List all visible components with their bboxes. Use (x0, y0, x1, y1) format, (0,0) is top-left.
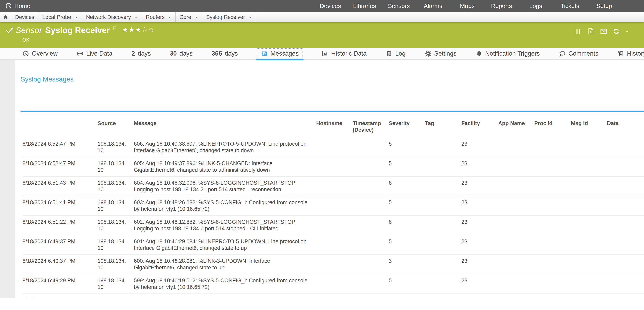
nav-item-libraries[interactable]: Libraries (348, 3, 382, 9)
flag-icon[interactable] (112, 26, 117, 31)
cell-ts_device (353, 180, 389, 193)
nav-item-label: Reports (491, 3, 512, 9)
tab-bold-prefix: 30 (170, 50, 177, 57)
breadcrumb-item-core[interactable]: Core (176, 12, 202, 22)
cell-tag (425, 180, 462, 193)
messages-icon (261, 50, 268, 57)
breadcrumb-label: Network Discovery (86, 14, 131, 20)
cell-time: 8/18/2024 6:52:47 PM (22, 141, 98, 154)
breadcrumb-label: Local Probe (42, 14, 71, 20)
tab-history[interactable]: History (617, 50, 644, 57)
tab-historic-data[interactable]: Historic Data (322, 50, 366, 57)
table-header-row: SourceMessageHostnameTimestamp (Device)S… (22, 120, 644, 133)
cell-message: 605: Aug 18 10:49:37.896: %LINK-5-CHANGE… (134, 160, 316, 173)
cell-data (607, 180, 644, 193)
cell-proc_id (534, 238, 571, 251)
cell-hostname (316, 258, 353, 271)
cell-proc_id (534, 258, 571, 271)
breadcrumb-label: Core (180, 14, 191, 20)
cell-proc_id (534, 219, 571, 232)
cell-proc_id (534, 297, 571, 298)
tab-live-data[interactable]: Live Data (77, 50, 112, 57)
nav-item-home[interactable]: Home (0, 3, 313, 9)
cell-severity: 5 (389, 277, 425, 290)
nav-item-tickets[interactable]: Tickets (553, 3, 587, 9)
nav-item-label: Setup (596, 3, 612, 9)
cell-tag (425, 141, 462, 154)
cell-message: 600: Aug 18 10:46:28.081: %LINK-3-UPDOWN… (134, 258, 316, 271)
tab-label: days (138, 50, 150, 57)
ok-check-icon (6, 26, 14, 34)
nav-item-label: Home (14, 3, 30, 9)
breadcrumb-item-local-probe[interactable]: Local Probe (38, 12, 82, 22)
col-header-time (22, 120, 98, 133)
tab-label: Comments (568, 50, 598, 57)
cell-ts_device (353, 199, 389, 212)
cell-message: 604: Aug 18 10:48:32.096: %SYS-6-LOGGING… (134, 180, 316, 193)
tab-messages[interactable]: Messages (257, 48, 302, 59)
breadcrumb-item-syslog-receiver[interactable]: Syslog Receiver (202, 12, 256, 22)
tab-2-days[interactable]: 2 days (132, 50, 151, 57)
breadcrumb: Devices Local Probe Network Discovery Ro… (0, 12, 644, 22)
tab-365-days[interactable]: 365 days (212, 50, 238, 57)
cell-source: 198.18.134.10 (98, 297, 134, 298)
nav-item-logs[interactable]: Logs (518, 3, 553, 9)
gear-icon (425, 50, 432, 57)
cell-hostname (316, 219, 353, 232)
tab-label: days (180, 50, 192, 57)
tab-label: Overview (32, 50, 58, 57)
tab-30-days[interactable]: 30 days (170, 50, 192, 57)
cell-app_name (498, 199, 534, 212)
nav-item-label: Alarms (424, 3, 442, 9)
pause-icon[interactable] (574, 28, 582, 35)
add-report-icon[interactable] (587, 28, 594, 35)
section-title: Syslog Messages (20, 75, 644, 83)
nav-item-reports[interactable]: Reports (484, 3, 518, 9)
cell-msg_id (571, 258, 607, 271)
rating-stars[interactable]: ★★★☆☆ (122, 26, 155, 34)
breadcrumb-home[interactable] (0, 12, 11, 22)
cell-tag (425, 219, 462, 232)
nav-item-sensors[interactable]: Sensors (382, 3, 416, 9)
cell-ts_device (353, 160, 389, 173)
nav-item-maps[interactable]: Maps (450, 3, 484, 9)
cell-severity: 5 (389, 297, 425, 298)
chart-icon (322, 50, 328, 57)
tab-label: Settings (434, 50, 456, 57)
cell-facility: 23 (462, 297, 498, 298)
nav-item-label: Devices (320, 3, 341, 9)
tab-bar: Overview Live Data 2 days 30 days 365 da… (0, 48, 644, 60)
col-header-tag: Tag (425, 120, 462, 133)
cell-facility: 23 (462, 160, 498, 173)
caret-down-icon[interactable] (625, 30, 629, 34)
breadcrumb-item-devices[interactable]: Devices (11, 12, 38, 22)
table-row: 8/18/2024 6:51:22 PM198.18.134.10602: Au… (22, 216, 644, 235)
refresh-icon[interactable] (612, 28, 620, 35)
table-body: 8/18/2024 6:52:47 PM198.18.134.10606: Au… (15, 138, 644, 298)
cell-data (607, 297, 644, 298)
nav-item-devices[interactable]: Devices (313, 3, 348, 9)
tab-log[interactable]: Log (386, 50, 406, 57)
nav-items: Devices Libraries Sensors Alarms Maps Re… (313, 3, 621, 9)
nav-item-alarms[interactable]: Alarms (416, 3, 450, 9)
cell-app_name (498, 297, 534, 298)
cell-msg_id (571, 199, 607, 212)
cell-facility: 23 (462, 199, 498, 212)
cell-app_name (498, 141, 534, 154)
cell-time: 8/18/2024 6:49:37 PM (22, 258, 98, 271)
caret-down-icon (168, 16, 172, 19)
tab-comments[interactable]: Comments (559, 50, 598, 57)
history-icon (617, 50, 624, 57)
table-row: 8/18/2024 6:52:47 PM198.18.134.10605: Au… (22, 157, 644, 177)
tab-settings[interactable]: Settings (425, 50, 456, 57)
email-icon[interactable] (600, 28, 607, 35)
left-gutter (0, 60, 15, 298)
breadcrumb-item-routers[interactable]: Routers (142, 12, 176, 22)
cell-proc_id (534, 199, 571, 212)
nav-item-setup[interactable]: Setup (587, 3, 621, 9)
cell-msg_id (571, 297, 607, 298)
breadcrumb-item-network-discovery[interactable]: Network Discovery (82, 12, 142, 22)
caret-down-icon (195, 16, 198, 19)
tab-overview[interactable]: Overview (22, 50, 58, 57)
tab-notification-triggers[interactable]: Notification Triggers (476, 50, 540, 57)
